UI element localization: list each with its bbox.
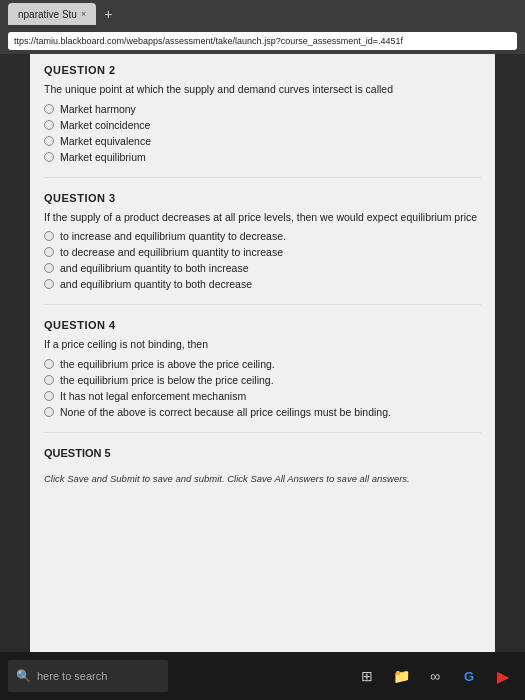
- taskbar-icon-files[interactable]: 📁: [387, 662, 415, 690]
- q4-radio-4[interactable]: [44, 407, 54, 417]
- q2-label-2: Market coincidence: [60, 119, 150, 131]
- q3-radio-2[interactable]: [44, 247, 54, 257]
- q3-option-1[interactable]: to increase and equilibrium quantity to …: [44, 230, 481, 242]
- q3-radio-1[interactable]: [44, 231, 54, 241]
- q4-label-1: the equilibrium price is above the price…: [60, 358, 275, 370]
- browser-tab-bar: nparative Stu × +: [0, 0, 525, 28]
- question-4-text: If a price ceiling is not binding, then: [44, 337, 481, 352]
- q2-option-4[interactable]: Market equilibrium: [44, 151, 481, 163]
- q4-option-4[interactable]: None of the above is correct because all…: [44, 406, 481, 418]
- q4-label-3: It has not legal enforcement mechanism: [60, 390, 246, 402]
- taskbar-icon-infinity[interactable]: ∞: [421, 662, 449, 690]
- q4-option-3[interactable]: It has not legal enforcement mechanism: [44, 390, 481, 402]
- question-2-text: The unique point at which the supply and…: [44, 82, 481, 97]
- q4-label-2: the equilibrium price is below the price…: [60, 374, 274, 386]
- question-2-block: QUESTION 2 The unique point at which the…: [44, 64, 481, 178]
- address-bar: [0, 28, 525, 54]
- q3-option-2[interactable]: to decrease and equilibrium quantity to …: [44, 246, 481, 258]
- q4-option-1[interactable]: the equilibrium price is above the price…: [44, 358, 481, 370]
- url-input[interactable]: [8, 32, 517, 50]
- q2-label-4: Market equilibrium: [60, 151, 146, 163]
- q4-label-4: None of the above is correct because all…: [60, 406, 391, 418]
- q2-radio-1[interactable]: [44, 104, 54, 114]
- taskbar-icon-group: ⊞ 📁 ∞ G ▶: [353, 662, 517, 690]
- search-label: here to search: [37, 670, 107, 682]
- tab-label: nparative Stu: [18, 9, 77, 20]
- new-tab-button[interactable]: +: [100, 6, 116, 22]
- q4-radio-2[interactable]: [44, 375, 54, 385]
- q2-option-3[interactable]: Market equivalence: [44, 135, 481, 147]
- q3-radio-4[interactable]: [44, 279, 54, 289]
- q4-radio-3[interactable]: [44, 391, 54, 401]
- q2-label-3: Market equivalence: [60, 135, 151, 147]
- taskbar: 🔍 here to search ⊞ 📁 ∞ G ▶: [0, 652, 525, 700]
- q3-option-3[interactable]: and equilibrium quantity to both increas…: [44, 262, 481, 274]
- taskbar-icon-google[interactable]: G: [455, 662, 483, 690]
- question-5-block: QUESTION 5: [44, 447, 481, 469]
- q4-radio-1[interactable]: [44, 359, 54, 369]
- q3-label-4: and equilibrium quantity to both decreas…: [60, 278, 252, 290]
- q2-radio-4[interactable]: [44, 152, 54, 162]
- footer-note: Click Save and Submit to save and submit…: [44, 473, 481, 484]
- search-icon: 🔍: [16, 669, 31, 683]
- q2-radio-3[interactable]: [44, 136, 54, 146]
- tab-close-button[interactable]: ×: [81, 9, 86, 19]
- question-4-block: QUESTION 4 If a price ceiling is not bin…: [44, 319, 481, 433]
- q2-radio-2[interactable]: [44, 120, 54, 130]
- question-3-title: QUESTION 3: [44, 192, 481, 204]
- active-tab[interactable]: nparative Stu ×: [8, 3, 96, 25]
- tab-container: nparative Stu × +: [8, 3, 116, 25]
- taskbar-icon-youtube[interactable]: ▶: [489, 662, 517, 690]
- q3-label-2: to decrease and equilibrium quantity to …: [60, 246, 283, 258]
- taskbar-icon-grid[interactable]: ⊞: [353, 662, 381, 690]
- q4-option-2[interactable]: the equilibrium price is below the price…: [44, 374, 481, 386]
- question-2-title: QUESTION 2: [44, 64, 481, 76]
- question-3-text: If the supply of a product decreases at …: [44, 210, 481, 225]
- q3-radio-3[interactable]: [44, 263, 54, 273]
- page-content: QUESTION 2 The unique point at which the…: [30, 54, 495, 652]
- question-3-block: QUESTION 3 If the supply of a product de…: [44, 192, 481, 306]
- q3-label-3: and equilibrium quantity to both increas…: [60, 262, 249, 274]
- q3-label-1: to increase and equilibrium quantity to …: [60, 230, 286, 242]
- taskbar-search-bar[interactable]: 🔍 here to search: [8, 660, 168, 692]
- q2-label-1: Market harmony: [60, 103, 136, 115]
- question-5-title: QUESTION 5: [44, 447, 481, 459]
- q3-option-4[interactable]: and equilibrium quantity to both decreas…: [44, 278, 481, 290]
- q2-option-1[interactable]: Market harmony: [44, 103, 481, 115]
- q2-option-2[interactable]: Market coincidence: [44, 119, 481, 131]
- question-4-title: QUESTION 4: [44, 319, 481, 331]
